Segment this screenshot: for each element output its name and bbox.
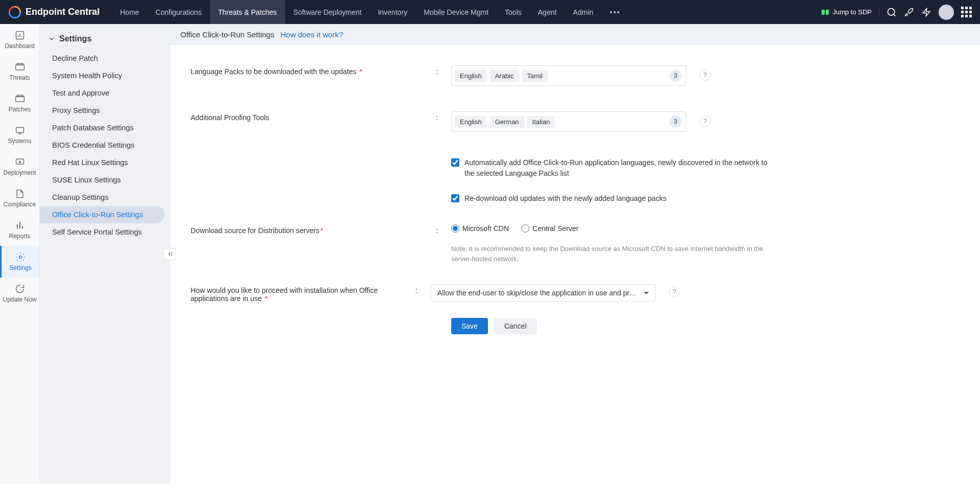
- help-icon[interactable]: ?: [699, 70, 711, 81]
- settings-item-self-service-portal-settings[interactable]: Self Service Portal Settings: [40, 223, 170, 241]
- svg-point-2: [614, 11, 616, 13]
- sdp-icon: [821, 8, 829, 16]
- language-packs-input[interactable]: EnglishArabicTamil3: [451, 65, 686, 86]
- settings-item-test-and-approve[interactable]: Test and Approve: [40, 84, 170, 102]
- tag-english[interactable]: English: [455, 70, 487, 82]
- nav-tab-threats-patches[interactable]: Threats & Patches: [210, 0, 285, 24]
- rail-label: Settings: [9, 264, 31, 271]
- auto-add-languages-checkbox[interactable]: [451, 158, 459, 167]
- rail-label: Reports: [9, 233, 30, 240]
- download-source-row: Download source for Distribution servers…: [191, 224, 960, 264]
- reports-icon: [15, 220, 25, 231]
- settings-item-red-hat-linux-settings[interactable]: Red Hat Linux Settings: [40, 154, 170, 171]
- help-icon[interactable]: ?: [669, 286, 680, 297]
- nav-tab-home[interactable]: Home: [112, 0, 147, 24]
- rail-item-threats[interactable]: Threats: [0, 56, 39, 87]
- save-button[interactable]: Save: [451, 318, 488, 334]
- settings-icon: [15, 252, 26, 262]
- settings-item-office-click-to-run-settings[interactable]: Office Click-to-Run Settings: [40, 206, 165, 223]
- rail-label: Deployment: [3, 169, 36, 176]
- rail-item-reports[interactable]: Reports: [0, 214, 39, 246]
- topbar-actions: Jump to SDP: [821, 5, 972, 20]
- redownload-checkbox[interactable]: [451, 194, 459, 202]
- main-nav-tabs: HomeConfigurationsThreats & PatchesSoftw…: [112, 0, 821, 24]
- language-count-badge: 3: [669, 70, 682, 82]
- form-actions: Save Cancel: [451, 318, 960, 334]
- settings-item-cleanup-settings[interactable]: Cleanup Settings: [40, 189, 170, 206]
- lightning-icon[interactable]: [921, 7, 931, 17]
- help-icon[interactable]: ?: [699, 116, 711, 127]
- nav-tab-software-deployment[interactable]: Software Deployment: [285, 0, 370, 24]
- tag-english[interactable]: English: [455, 116, 487, 128]
- svg-rect-5: [826, 10, 829, 15]
- svg-point-3: [617, 11, 619, 13]
- apps-grid-icon[interactable]: [961, 7, 972, 17]
- content-header: Office Click-to-Run Settings How does it…: [170, 24, 980, 45]
- rail-item-compliance[interactable]: Compliance: [0, 182, 39, 214]
- rail-item-deployment[interactable]: Deployment: [0, 151, 39, 182]
- central-server-radio[interactable]: Central Server: [521, 224, 578, 233]
- settings-panel-header: Settings: [40, 30, 170, 50]
- download-source-label: Download source for Distribution servers…: [191, 224, 436, 235]
- tag-german[interactable]: German: [490, 116, 524, 128]
- cancel-button[interactable]: Cancel: [494, 318, 537, 334]
- settings-item-system-health-policy[interactable]: System Health Policy: [40, 67, 170, 84]
- installation-behavior-select[interactable]: Allow the end-user to skip/close the app…: [431, 284, 656, 302]
- nav-more-icon[interactable]: [601, 0, 628, 24]
- page-title: Office Click-to-Run Settings: [180, 30, 274, 39]
- auto-add-languages-label: Automatically add Office Click-to-Run ap…: [464, 157, 771, 179]
- microsoft-cdn-radio[interactable]: Microsoft CDN: [451, 224, 509, 233]
- installation-behavior-row: How would you like to proceed with insta…: [191, 284, 960, 303]
- rail-label: Dashboard: [5, 42, 35, 50]
- search-icon[interactable]: [886, 7, 897, 17]
- rail-label: Update Now: [3, 296, 36, 303]
- threats-icon: [15, 62, 25, 72]
- svg-point-1: [610, 11, 612, 13]
- nav-tab-inventory[interactable]: Inventory: [370, 0, 416, 24]
- rail-label: Patches: [9, 106, 31, 113]
- settings-item-patch-database-settings[interactable]: Patch Database Settings: [40, 119, 170, 136]
- redownload-checkbox-row: Re-download old updates with the newly a…: [451, 193, 960, 204]
- proofing-tools-input[interactable]: EnglishGermanItalian3: [451, 111, 686, 132]
- jump-to-sdp-link[interactable]: Jump to SDP: [821, 8, 872, 16]
- settings-item-proxy-settings[interactable]: Proxy Settings: [40, 102, 170, 119]
- svg-rect-13: [15, 65, 24, 70]
- tag-tamil[interactable]: Tamil: [522, 70, 548, 82]
- rail-label: Systems: [8, 137, 31, 145]
- checkbox-group: Automatically add Office Click-to-Run ap…: [451, 157, 960, 204]
- jump-link-text: Jump to SDP: [832, 8, 872, 16]
- rail-item-patches[interactable]: Patches: [0, 87, 39, 119]
- svg-marker-8: [923, 8, 930, 16]
- user-avatar[interactable]: [939, 5, 954, 20]
- collapse-panel-button[interactable]: [164, 248, 176, 260]
- how-does-it-work-link[interactable]: How does it work?: [281, 30, 343, 39]
- rail-item-dashboard[interactable]: Dashboard: [0, 24, 39, 56]
- settings-item-decline-patch[interactable]: Decline Patch: [40, 50, 170, 67]
- side-rail-nav: DashboardThreatsPatchesSystemsDeployment…: [0, 24, 40, 484]
- rail-item-settings[interactable]: Settings: [0, 246, 39, 278]
- proofing-tools-label: Additional Proofing Tools: [191, 111, 436, 122]
- nav-tab-admin[interactable]: Admin: [565, 0, 601, 24]
- nav-tab-agent[interactable]: Agent: [530, 0, 565, 24]
- nav-tab-configurations[interactable]: Configurations: [147, 0, 209, 24]
- tag-italian[interactable]: Italian: [527, 116, 555, 128]
- svg-rect-16: [17, 95, 23, 97]
- endpoint-central-logo-icon: [8, 6, 21, 19]
- rocket-icon[interactable]: [904, 7, 914, 17]
- svg-rect-14: [17, 63, 23, 65]
- download-source-note: Note: It is recommended to keep the Down…: [451, 244, 768, 264]
- nav-tab-mobile-device-mgmt[interactable]: Mobile Device Mgmt: [415, 0, 497, 24]
- update-now-icon: [15, 284, 25, 294]
- settings-item-bios-credential-settings[interactable]: BIOS Credential Settings: [40, 136, 170, 154]
- rail-item-update-now[interactable]: Update Now: [0, 278, 39, 309]
- divider: [879, 7, 879, 17]
- nav-tab-tools[interactable]: Tools: [497, 0, 530, 24]
- settings-title: Settings: [59, 34, 91, 43]
- auto-add-languages-checkbox-row: Automatically add Office Click-to-Run ap…: [451, 157, 960, 179]
- rail-item-systems[interactable]: Systems: [0, 119, 39, 151]
- settings-item-suse-linux-settings[interactable]: SUSE Linux Settings: [40, 171, 170, 189]
- top-navbar: Endpoint Central HomeConfigurationsThrea…: [0, 0, 980, 24]
- patches-icon: [15, 94, 25, 104]
- tag-arabic[interactable]: Arabic: [490, 70, 519, 82]
- brand-logo[interactable]: Endpoint Central: [8, 6, 100, 19]
